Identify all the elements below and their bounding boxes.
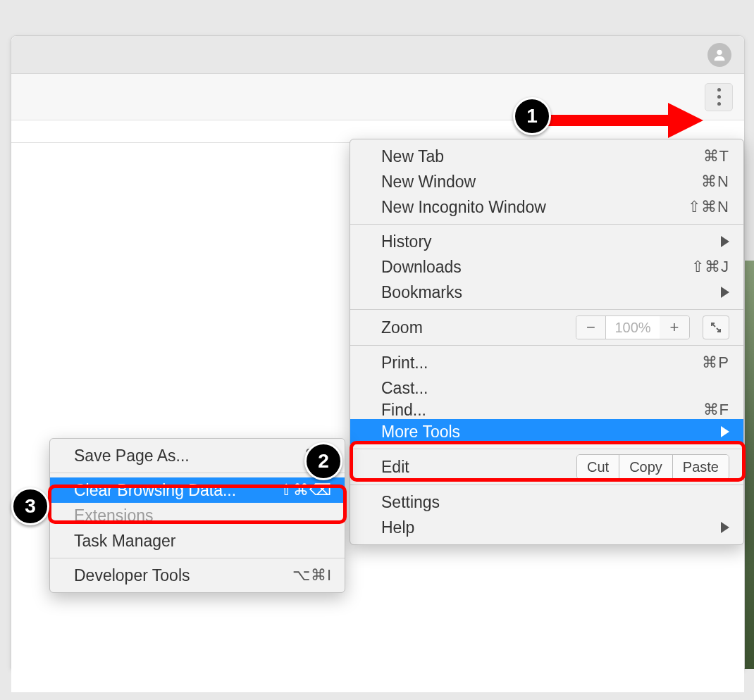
menu-item-shortcut: ⇧⌘J — [691, 258, 729, 276]
menu-item-label: Print... — [381, 354, 702, 373]
menu-history[interactable]: History — [350, 229, 743, 254]
menu-item-shortcut: ⌘P — [702, 354, 729, 372]
zoom-out-button[interactable]: − — [576, 316, 606, 339]
chevron-right-icon — [721, 522, 729, 533]
menu-item-label: Clear Browsing Data... — [74, 481, 280, 500]
menu-item-label: Help — [381, 518, 721, 537]
chevron-right-icon — [721, 287, 729, 298]
more-tools-submenu: Save Page As... ⌘S Clear Browsing Data..… — [49, 438, 345, 593]
menu-item-shortcut: ⇧⌘N — [688, 198, 729, 216]
svg-point-0 — [717, 49, 722, 54]
svg-marker-2 — [668, 103, 703, 138]
menu-print[interactable]: Print... ⌘P — [350, 350, 743, 375]
menu-new-window[interactable]: New Window ⌘N — [350, 169, 743, 194]
submenu-task-manager[interactable]: Task Manager — [50, 528, 345, 554]
main-menu: New Tab ⌘T New Window ⌘N New Incognito W… — [350, 139, 744, 545]
annotation-step-3: 3 — [11, 487, 49, 525]
menu-item-label: Settings — [381, 493, 729, 512]
menu-item-shortcut: ⇧⌘⌫ — [280, 481, 332, 499]
svg-rect-1 — [548, 115, 668, 126]
menu-item-label: New Incognito Window — [381, 198, 688, 217]
annotation-step-1: 1 — [513, 97, 551, 135]
submenu-extensions[interactable]: Extensions — [50, 503, 345, 528]
submenu-developer-tools[interactable]: Developer Tools ⌥⌘I — [50, 563, 345, 588]
menu-item-label: New Window — [381, 173, 701, 192]
zoom-control: − 100% + — [576, 315, 690, 339]
submenu-save-page[interactable]: Save Page As... ⌘S — [50, 443, 345, 468]
fullscreen-button[interactable] — [703, 315, 729, 339]
menu-find[interactable]: Find... ⌘F — [350, 401, 743, 419]
menu-edit-row: Edit Cut Copy Paste — [350, 449, 743, 485]
menu-settings[interactable]: Settings — [350, 489, 743, 515]
overflow-menu-button[interactable] — [705, 83, 733, 111]
chevron-right-icon — [721, 426, 729, 437]
menu-item-label: Task Manager — [74, 532, 332, 551]
menu-item-label: Edit — [381, 458, 576, 477]
menu-item-shortcut: ⌥⌘I — [292, 566, 332, 585]
menu-item-shortcut: ⌘T — [703, 147, 729, 165]
menu-item-label: More Tools — [381, 423, 721, 442]
menu-item-label: Extensions — [74, 506, 332, 525]
menu-item-label: History — [381, 232, 721, 251]
menu-item-label: Save Page As... — [74, 446, 304, 465]
menu-item-label: Cast... — [381, 379, 729, 398]
menu-item-shortcut: ⌘F — [703, 401, 729, 419]
zoom-in-button[interactable]: + — [660, 316, 689, 339]
profile-avatar-icon[interactable] — [707, 43, 731, 67]
menu-item-label: New Tab — [381, 147, 703, 166]
menu-item-label: Bookmarks — [381, 283, 721, 302]
menu-bookmarks[interactable]: Bookmarks — [350, 280, 743, 305]
menu-new-tab[interactable]: New Tab ⌘T — [350, 144, 743, 169]
paste-button[interactable]: Paste — [673, 455, 729, 479]
menu-item-shortcut: ⌘N — [701, 173, 729, 191]
menu-cast[interactable]: Cast... — [350, 375, 743, 401]
titlebar — [11, 36, 744, 74]
chevron-right-icon — [721, 236, 729, 247]
menu-downloads[interactable]: Downloads ⇧⌘J — [350, 254, 743, 280]
copy-button[interactable]: Copy — [619, 455, 673, 479]
menu-new-incognito[interactable]: New Incognito Window ⇧⌘N — [350, 194, 743, 220]
menu-more-tools[interactable]: More Tools — [350, 419, 743, 444]
menu-item-label: Downloads — [381, 258, 691, 277]
zoom-value: 100% — [606, 316, 660, 339]
menu-zoom-row: Zoom − 100% + — [350, 310, 743, 345]
annotation-step-2: 2 — [304, 442, 342, 480]
cut-button[interactable]: Cut — [577, 455, 619, 479]
menu-item-label: Zoom — [381, 318, 576, 337]
menu-help[interactable]: Help — [350, 515, 743, 540]
menu-item-label: Developer Tools — [74, 566, 292, 585]
submenu-clear-browsing-data[interactable]: Clear Browsing Data... ⇧⌘⌫ — [50, 477, 345, 503]
annotation-arrow-icon — [548, 103, 703, 138]
menu-item-label: Find... — [381, 401, 703, 419]
